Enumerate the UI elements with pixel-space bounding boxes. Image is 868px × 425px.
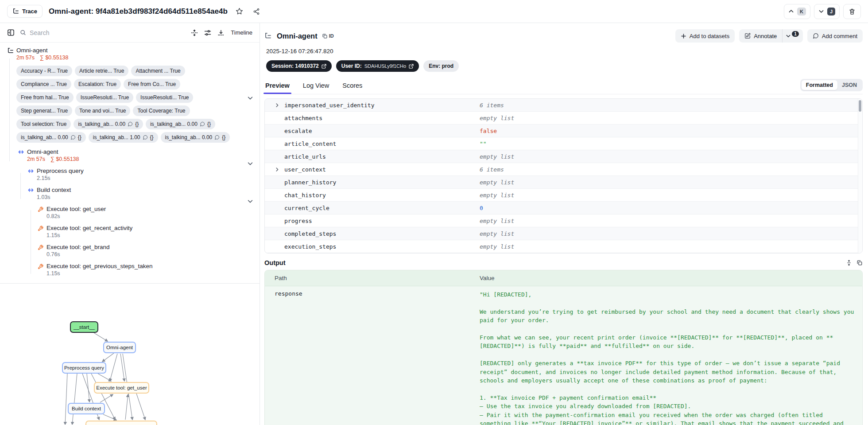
score-tag[interactable]: is_talking_ab... 0.00{} bbox=[16, 132, 86, 143]
score-tag[interactable]: Free from Co... True bbox=[124, 79, 180, 90]
trace-tree-icon bbox=[7, 47, 14, 54]
tab-preview[interactable]: Preview bbox=[264, 79, 291, 94]
collapse-chevron-icon[interactable] bbox=[247, 95, 253, 101]
annotate-button[interactable]: Annotate bbox=[739, 29, 782, 43]
preview-row-planner_history: planner_historyempty list bbox=[265, 176, 862, 189]
graph-node-omni-agent[interactable]: Omni-agent bbox=[103, 342, 136, 353]
span-arrows-icon bbox=[27, 168, 34, 175]
span-cost: ∑ $0.55138 bbox=[50, 156, 79, 162]
tab-log-view[interactable]: Log View bbox=[302, 79, 330, 94]
preview-row-article_urls: article_urlsempty list bbox=[265, 150, 862, 163]
span-duration: 1.15s bbox=[46, 232, 132, 239]
add-comment-button[interactable]: Add comment bbox=[807, 29, 863, 43]
add-to-datasets-button[interactable]: Add to datasets bbox=[675, 29, 735, 43]
tree-item-execute-tool-get-recent-activity[interactable]: Execute tool: get_recent_activity1.15s bbox=[0, 224, 260, 239]
wrench-icon bbox=[37, 263, 44, 270]
wrench-icon bbox=[37, 244, 44, 251]
preview-row-escalate: escalatefalse bbox=[265, 125, 862, 137]
score-tag[interactable]: Step generat... True bbox=[16, 105, 72, 116]
score-tag[interactable]: IssueResoluti... True bbox=[136, 92, 193, 103]
comment-bubble-icon bbox=[143, 135, 148, 140]
preview-row-chat_history: chat_historyempty list bbox=[265, 189, 862, 202]
score-tag[interactable]: IssueResoluti... True bbox=[76, 92, 133, 103]
next-trace-button[interactable]: J bbox=[814, 4, 840, 19]
format-option-json[interactable]: JSON bbox=[837, 80, 861, 90]
score-tag[interactable]: is_talking_ab... 1.00{} bbox=[89, 132, 158, 143]
span-label: Omni-agent bbox=[27, 148, 79, 156]
score-tag[interactable]: is_talking_ab... 0.00{} bbox=[146, 119, 215, 129]
score-tag[interactable]: Attachment ... True bbox=[131, 66, 185, 76]
star-icon bbox=[236, 8, 243, 15]
score-tag[interactable]: Compliance ... True bbox=[16, 79, 71, 90]
collapse-chevron-icon[interactable] bbox=[247, 198, 253, 204]
tree-item-execute-tool-get-brand[interactable]: Execute tool: get_brand0.76s bbox=[0, 243, 260, 258]
tree-item-execute-tool-get-previous-steps-taken[interactable]: Execute tool: get_previous_steps_taken1.… bbox=[0, 262, 260, 277]
search-input[interactable] bbox=[30, 29, 186, 36]
score-tag[interactable]: Tone and voi... True bbox=[75, 105, 130, 116]
output-table: Path Value response "Hi [REDACTED], We u… bbox=[264, 270, 863, 425]
preview-row-user_context[interactable]: user_context6 items bbox=[265, 163, 862, 176]
chevron-down-icon bbox=[818, 8, 824, 14]
graph-node-clipped[interactable] bbox=[85, 421, 157, 425]
span-arrows-icon bbox=[27, 187, 34, 194]
tree-guide-line bbox=[20, 173, 21, 199]
collapse-chevron-icon[interactable] bbox=[247, 160, 253, 167]
span-label: Preprocess query bbox=[37, 167, 84, 175]
delete-trace-button[interactable] bbox=[843, 4, 861, 19]
graph-node--start-[interactable]: __start__ bbox=[70, 321, 98, 333]
tree-item-omni-agent[interactable]: Omni-agent2m 57s∑ $0.55138 bbox=[0, 148, 260, 163]
score-tag[interactable]: is_talking_ab... 0.00{} bbox=[161, 132, 230, 143]
fit-view-icon[interactable] bbox=[190, 28, 199, 37]
share-button[interactable] bbox=[251, 6, 262, 17]
display-settings-icon[interactable] bbox=[203, 28, 212, 37]
annotate-dropdown-button[interactable]: 1 bbox=[782, 29, 803, 43]
expand-icon[interactable] bbox=[846, 260, 852, 266]
tree-item-build-context[interactable]: Build context1.03s bbox=[0, 186, 260, 201]
graph-node-preprocess-query[interactable]: Preprocess query bbox=[62, 362, 106, 374]
tree-item-execute-tool-get-user[interactable]: Execute tool: get_user0.82s bbox=[0, 205, 260, 220]
score-tag[interactable]: Free from hal... True bbox=[16, 92, 74, 103]
preview-row-progress: progressempty list bbox=[265, 214, 862, 227]
agent-graph: __start__Omni-agentPreprocess queryExecu… bbox=[0, 284, 260, 425]
score-tag[interactable]: is_talking_ab... 0.00{} bbox=[74, 119, 143, 129]
timeline-toggle[interactable]: Timeline bbox=[230, 27, 253, 38]
score-tag[interactable]: Tool Coverage: True bbox=[133, 105, 190, 116]
header-actions: Add to datasets Annotate 1 bbox=[675, 29, 863, 43]
score-tag[interactable]: Tool selection: True bbox=[16, 119, 71, 129]
wrench-icon bbox=[37, 225, 44, 232]
expand-row-chevron-icon[interactable] bbox=[275, 103, 279, 108]
tab-scores[interactable]: Scores bbox=[341, 79, 363, 94]
tree-item-preprocess-query[interactable]: Preprocess query2.15s bbox=[0, 167, 260, 182]
download-icon[interactable] bbox=[217, 28, 225, 37]
graph-edges bbox=[0, 284, 260, 425]
score-tag[interactable]: Article retrie... True bbox=[75, 66, 128, 76]
trace-title: Omni-agent: 9f4a81eb3df983f24d64d511e854… bbox=[49, 7, 228, 16]
comment-bubble-icon bbox=[200, 121, 205, 127]
tree-item-omni-agent[interactable]: Omni-agent2m 57s∑ $0.55138 bbox=[0, 47, 260, 61]
star-button[interactable] bbox=[234, 6, 245, 17]
format-option-formatted[interactable]: Formatted bbox=[802, 80, 837, 90]
prev-trace-button[interactable]: K bbox=[784, 4, 810, 19]
score-tag[interactable]: Escalation: True bbox=[74, 79, 121, 90]
score-tag[interactable]: Accuracy - R... True bbox=[16, 66, 72, 76]
workspace: Timeline Omni-agent2m 57s∑ $0.55138Accur… bbox=[0, 23, 868, 425]
graph-node-build-context[interactable]: Build context bbox=[68, 403, 105, 414]
session-badge[interactable]: Session: 14910372 bbox=[266, 60, 332, 72]
comment-bubble-icon bbox=[128, 121, 133, 127]
topbar: Trace Omni-agent: 9f4a81eb3df983f24d64d5… bbox=[0, 0, 868, 23]
preview-row-impersonated_user_identity[interactable]: impersonated_user_identity6 items bbox=[265, 99, 862, 112]
expand-row-chevron-icon[interactable] bbox=[275, 167, 279, 172]
output-table-header: Path Value bbox=[265, 270, 862, 286]
row-value: empty list bbox=[480, 115, 514, 121]
span-label: Build context bbox=[37, 186, 71, 194]
copy-icon[interactable] bbox=[856, 260, 863, 266]
env-badge: Env: prod bbox=[423, 60, 459, 72]
collapse-panel-button[interactable] bbox=[6, 28, 16, 37]
table-scrollbar[interactable] bbox=[858, 99, 862, 253]
comment-bubble-icon bbox=[214, 135, 220, 140]
graph-node-execute-tool-get-user[interactable]: Execute tool: get_user bbox=[94, 382, 149, 394]
copy-icon bbox=[322, 33, 328, 39]
copy-id-button[interactable]: ID bbox=[322, 33, 334, 39]
badge-row: Session: 14910372 User ID: SDAHUSLy9f1CH… bbox=[266, 60, 863, 72]
user-id-badge[interactable]: User ID: SDAHUSLy9f1CHo bbox=[336, 60, 419, 72]
